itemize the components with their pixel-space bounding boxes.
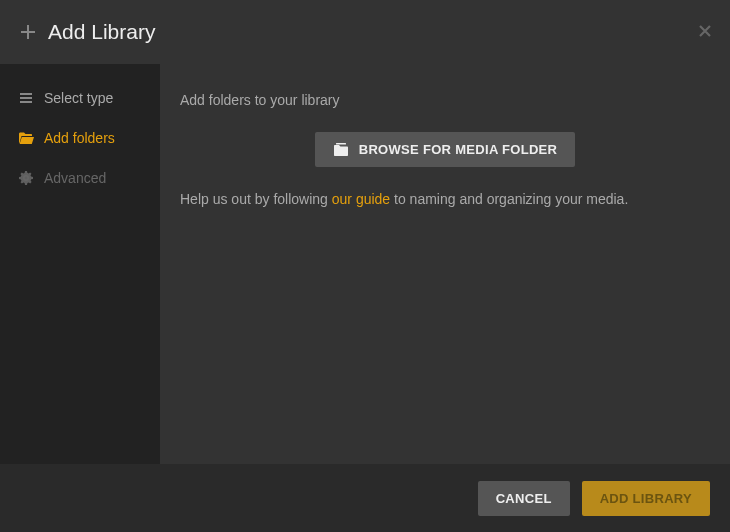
sidebar-item-select-type[interactable]: Select type [0, 78, 160, 118]
sidebar-item-add-folders[interactable]: Add folders [0, 118, 160, 158]
browse-button-label: BROWSE FOR MEDIA FOLDER [359, 142, 558, 157]
main-panel: Add folders to your library BROWSE FOR M… [160, 64, 730, 464]
dialog-body: Select type Add folders Advanced Add fol… [0, 64, 730, 464]
browse-button[interactable]: BROWSE FOR MEDIA FOLDER [315, 132, 576, 167]
dialog-title: Add Library [48, 20, 155, 44]
cancel-button[interactable]: CANCEL [478, 481, 570, 516]
help-prefix: Help us out by following [180, 191, 332, 207]
dialog-title-wrap: Add Library [20, 20, 155, 44]
svg-rect-0 [336, 143, 346, 144]
plus-icon [20, 24, 36, 40]
close-icon[interactable] [698, 24, 712, 38]
folder-open-icon [18, 132, 34, 145]
instruction-text: Add folders to your library [180, 92, 710, 108]
help-text: Help us out by following our guide to na… [180, 191, 710, 207]
gear-icon [18, 171, 34, 185]
help-suffix: to naming and organizing your media. [390, 191, 628, 207]
dialog-footer: CANCEL ADD LIBRARY [0, 464, 730, 532]
list-icon [18, 91, 34, 105]
sidebar-item-label: Add folders [44, 130, 115, 146]
add-library-button[interactable]: ADD LIBRARY [582, 481, 710, 516]
sidebar-item-label: Advanced [44, 170, 106, 186]
dialog-header: Add Library [0, 0, 730, 64]
sidebar: Select type Add folders Advanced [0, 64, 160, 464]
sidebar-item-label: Select type [44, 90, 113, 106]
browse-row: BROWSE FOR MEDIA FOLDER [180, 132, 710, 167]
sidebar-item-advanced: Advanced [0, 158, 160, 198]
folder-browse-icon [333, 143, 349, 157]
help-link[interactable]: our guide [332, 191, 390, 207]
